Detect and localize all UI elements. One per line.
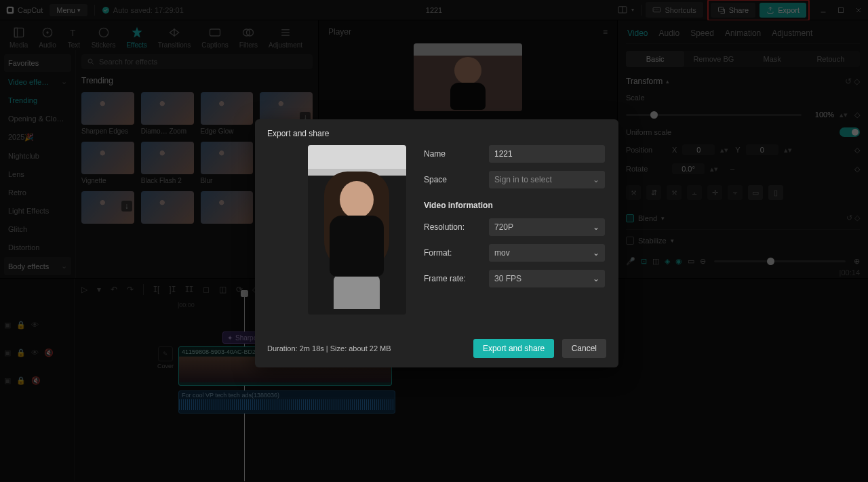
- format-label: Format:: [424, 248, 479, 258]
- framerate-label: Frame rate:: [424, 274, 479, 283]
- export-preview: [308, 145, 406, 315]
- format-select[interactable]: mov⌄: [489, 244, 605, 262]
- modal-title: Export and share: [267, 129, 606, 138]
- cancel-button[interactable]: Cancel: [562, 339, 606, 358]
- name-input[interactable]: [489, 145, 605, 163]
- chevron-down-icon: ⌄: [593, 222, 599, 232]
- resolution-label: Resolution:: [424, 222, 479, 232]
- space-label: Space: [424, 175, 479, 184]
- export-duration-info: Duration: 2m 18s | Size: about 22 MB: [267, 344, 391, 353]
- video-info-heading: Video information: [424, 201, 605, 210]
- framerate-select[interactable]: 30 FPS⌄: [489, 270, 605, 287]
- export-and-share-button[interactable]: Export and share: [473, 339, 554, 358]
- resolution-select[interactable]: 720P⌄: [489, 218, 605, 236]
- export-modal: Export and share Name Space Sign in to s…: [255, 119, 618, 367]
- chevron-down-icon: ⌄: [593, 175, 599, 184]
- name-label: Name: [424, 149, 479, 159]
- chevron-down-icon: ⌄: [593, 274, 599, 283]
- chevron-down-icon: ⌄: [593, 248, 599, 258]
- space-select[interactable]: Sign in to select⌄: [489, 171, 605, 188]
